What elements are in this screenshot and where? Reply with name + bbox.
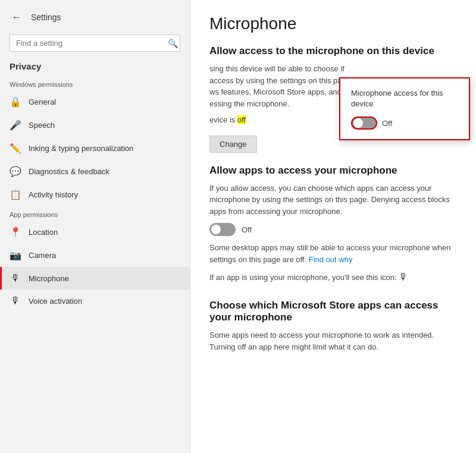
popup-toggle-row: Off <box>351 117 458 130</box>
sidebar-item-camera[interactable]: 📷 Camera <box>0 244 190 267</box>
activity-icon: 📋 <box>10 189 21 200</box>
settings-title: Settings <box>31 12 61 22</box>
microphone-inline-icon: 🎙 <box>399 272 408 282</box>
sidebar: ← Settings 🔍 Privacy Windows permissions… <box>0 0 190 453</box>
speech-icon: 🎤 <box>10 119 21 131</box>
sidebar-item-general[interactable]: 🔒 General <box>0 90 190 114</box>
change-button[interactable]: Change <box>209 136 257 153</box>
sidebar-item-diagnostics[interactable]: 💬 Diagnostics & feedback <box>0 160 190 183</box>
apps-off-notice: Some desktop apps may still be able to a… <box>209 242 457 265</box>
popup-title: Microphone access for this device <box>351 88 458 109</box>
sidebar-item-voice[interactable]: 🎙 Voice activation <box>0 290 190 312</box>
section3-heading: Choose which Microsoft Store apps can ac… <box>209 300 457 323</box>
section1-heading: Allow access to the microphone on this d… <box>209 45 457 57</box>
apps-toggle-row: Off <box>209 223 457 236</box>
search-input[interactable] <box>10 34 180 52</box>
icon-notice: If an app is using your microphone, you'… <box>209 270 457 284</box>
speech-label: Speech <box>29 121 55 130</box>
general-label: General <box>29 97 56 106</box>
inking-icon: ✏️ <box>10 143 21 154</box>
sidebar-item-speech[interactable]: 🎤 Speech <box>0 114 190 137</box>
sidebar-item-microphone[interactable]: 🎙 Microphone <box>0 267 190 290</box>
apps-toggle[interactable] <box>209 223 236 236</box>
popup-toggle-label: Off <box>382 119 392 128</box>
windows-permissions-label: Windows permissions <box>0 76 190 90</box>
microphone-icon: 🎙 <box>10 273 21 284</box>
inking-label: Inking & typing personalization <box>29 144 133 153</box>
popup-toggle-slider <box>351 117 377 130</box>
microphone-access-popup: Microphone access for this device Off <box>339 77 470 140</box>
sidebar-item-inking[interactable]: ✏️ Inking & typing personalization <box>0 137 190 160</box>
camera-label: Camera <box>29 251 56 260</box>
microphone-label: Microphone <box>29 274 69 283</box>
search-icon[interactable]: 🔍 <box>168 39 178 48</box>
voice-label: Voice activation <box>29 297 82 306</box>
diagnostics-icon: 💬 <box>10 166 21 177</box>
lock-icon: 🔒 <box>10 96 21 108</box>
apps-toggle-slider <box>209 223 236 236</box>
section2-heading: Allow apps to access your microphone <box>209 165 457 177</box>
sidebar-item-activity[interactable]: 📋 Activity history <box>0 183 190 206</box>
find-out-why-link[interactable]: Find out why <box>309 255 353 264</box>
section2-desc: If you allow access, you can choose whic… <box>209 183 457 218</box>
section3-desc: Some apps need to access your microphone… <box>209 329 457 353</box>
search-container: 🔍 <box>10 34 180 52</box>
popup-toggle[interactable] <box>351 117 377 130</box>
page-title: Microphone <box>209 14 457 33</box>
location-label: Location <box>29 228 58 237</box>
sidebar-item-location[interactable]: 📍 Location <box>0 221 190 244</box>
activity-label: Activity history <box>29 190 78 199</box>
camera-icon: 📷 <box>10 250 21 261</box>
main-content: Microphone Allow access to the microphon… <box>190 0 476 453</box>
back-button[interactable]: ← <box>10 10 24 25</box>
apps-toggle-label: Off <box>242 225 252 234</box>
location-icon: 📍 <box>10 227 21 238</box>
status-off: off <box>237 115 246 124</box>
diagnostics-label: Diagnostics & feedback <box>29 167 109 176</box>
sidebar-header: ← Settings <box>0 2 190 32</box>
privacy-label: Privacy <box>0 59 190 76</box>
app-permissions-label: App permissions <box>0 206 190 221</box>
voice-icon: 🎙 <box>10 295 21 306</box>
